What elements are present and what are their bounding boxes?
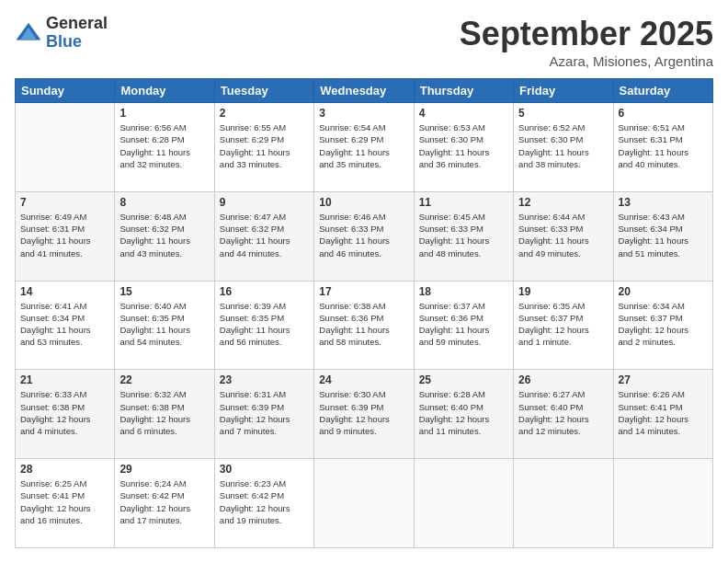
day-info: Sunrise: 6:35 AM Sunset: 6:37 PM Dayligh…	[518, 300, 608, 349]
day-info: Sunrise: 6:32 AM Sunset: 6:38 PM Dayligh…	[119, 388, 209, 437]
day-number: 11	[419, 196, 508, 209]
location-subtitle: Azara, Misiones, Argentina	[460, 53, 713, 69]
calendar-cell: 28Sunrise: 6:25 AM Sunset: 6:41 PM Dayli…	[16, 459, 115, 548]
calendar-cell: 22Sunrise: 6:32 AM Sunset: 6:38 PM Dayli…	[115, 370, 214, 459]
calendar-cell: 15Sunrise: 6:40 AM Sunset: 6:35 PM Dayli…	[115, 281, 214, 370]
day-info: Sunrise: 6:41 AM Sunset: 6:34 PM Dayligh…	[20, 300, 109, 349]
calendar-header-tuesday: Tuesday	[214, 79, 313, 103]
day-info: Sunrise: 6:31 AM Sunset: 6:39 PM Dayligh…	[220, 388, 309, 437]
day-info: Sunrise: 6:56 AM Sunset: 6:28 PM Dayligh…	[119, 121, 209, 170]
day-info: Sunrise: 6:47 AM Sunset: 6:32 PM Dayligh…	[220, 211, 309, 259]
day-number: 6	[619, 107, 708, 120]
day-info: Sunrise: 6:51 AM Sunset: 6:31 PM Dayligh…	[619, 121, 708, 170]
day-number: 20	[619, 285, 708, 298]
calendar-cell: 23Sunrise: 6:31 AM Sunset: 6:39 PM Dayli…	[214, 370, 313, 459]
day-info: Sunrise: 6:34 AM Sunset: 6:37 PM Dayligh…	[619, 300, 708, 349]
calendar-cell: 21Sunrise: 6:33 AM Sunset: 6:38 PM Dayli…	[16, 370, 115, 459]
day-number: 18	[419, 285, 508, 298]
day-info: Sunrise: 6:33 AM Sunset: 6:38 PM Dayligh…	[20, 388, 109, 437]
day-number: 24	[319, 373, 408, 386]
day-number: 15	[119, 285, 209, 298]
logo-blue: Blue	[46, 33, 108, 52]
day-number: 8	[119, 196, 209, 209]
calendar-cell: 26Sunrise: 6:27 AM Sunset: 6:40 PM Dayli…	[514, 370, 613, 459]
calendar-cell: 27Sunrise: 6:26 AM Sunset: 6:41 PM Dayli…	[613, 370, 712, 459]
calendar-cell: 10Sunrise: 6:46 AM Sunset: 6:33 PM Dayli…	[314, 191, 414, 281]
title-block: September 2025 Azara, Misiones, Argentin…	[460, 15, 713, 69]
calendar-cell: 9Sunrise: 6:47 AM Sunset: 6:32 PM Daylig…	[214, 191, 313, 281]
calendar-cell: 18Sunrise: 6:37 AM Sunset: 6:36 PM Dayli…	[414, 281, 513, 370]
day-number: 30	[220, 463, 309, 476]
calendar-cell: 29Sunrise: 6:24 AM Sunset: 6:42 PM Dayli…	[115, 459, 214, 548]
calendar-cell: 7Sunrise: 6:49 AM Sunset: 6:31 PM Daylig…	[16, 191, 115, 281]
header: General Blue September 2025 Azara, Misio…	[15, 15, 713, 69]
day-info: Sunrise: 6:53 AM Sunset: 6:30 PM Dayligh…	[419, 121, 508, 170]
day-info: Sunrise: 6:49 AM Sunset: 6:31 PM Dayligh…	[20, 211, 109, 259]
calendar-cell: 14Sunrise: 6:41 AM Sunset: 6:34 PM Dayli…	[16, 281, 115, 370]
logo: General Blue	[15, 15, 108, 52]
day-number: 19	[518, 285, 608, 298]
day-number: 25	[419, 373, 508, 386]
calendar-cell: 16Sunrise: 6:39 AM Sunset: 6:35 PM Dayli…	[214, 281, 313, 370]
day-number: 7	[20, 196, 109, 209]
day-info: Sunrise: 6:39 AM Sunset: 6:35 PM Dayligh…	[220, 300, 309, 349]
day-info: Sunrise: 6:26 AM Sunset: 6:41 PM Dayligh…	[619, 388, 708, 437]
day-info: Sunrise: 6:44 AM Sunset: 6:33 PM Dayligh…	[518, 211, 608, 259]
day-number: 23	[220, 373, 309, 386]
day-info: Sunrise: 6:48 AM Sunset: 6:32 PM Dayligh…	[119, 211, 209, 259]
day-info: Sunrise: 6:43 AM Sunset: 6:34 PM Dayligh…	[619, 211, 708, 259]
day-number: 16	[220, 285, 309, 298]
calendar-cell: 5Sunrise: 6:52 AM Sunset: 6:30 PM Daylig…	[514, 103, 613, 192]
calendar-cell: 19Sunrise: 6:35 AM Sunset: 6:37 PM Dayli…	[514, 281, 613, 370]
day-number: 27	[619, 373, 708, 386]
logo-icon	[15, 19, 42, 47]
logo-general: General	[46, 15, 108, 33]
day-info: Sunrise: 6:45 AM Sunset: 6:33 PM Dayligh…	[419, 211, 508, 259]
calendar-cell: 3Sunrise: 6:54 AM Sunset: 6:29 PM Daylig…	[314, 103, 414, 192]
calendar-cell: 6Sunrise: 6:51 AM Sunset: 6:31 PM Daylig…	[613, 103, 712, 192]
calendar-header-monday: Monday	[115, 79, 214, 103]
calendar-week-row: 21Sunrise: 6:33 AM Sunset: 6:38 PM Dayli…	[16, 370, 713, 459]
day-number: 10	[319, 196, 408, 209]
day-number: 9	[220, 196, 309, 209]
calendar-cell: 25Sunrise: 6:28 AM Sunset: 6:40 PM Dayli…	[414, 370, 513, 459]
calendar-header-friday: Friday	[514, 79, 613, 103]
logo-text: General Blue	[46, 15, 108, 52]
calendar-cell: 4Sunrise: 6:53 AM Sunset: 6:30 PM Daylig…	[414, 103, 513, 192]
day-number: 2	[220, 107, 309, 120]
calendar-cell	[16, 103, 115, 192]
day-info: Sunrise: 6:38 AM Sunset: 6:36 PM Dayligh…	[319, 300, 408, 349]
day-number: 26	[518, 373, 608, 386]
day-number: 14	[20, 285, 109, 298]
calendar-header-row: SundayMondayTuesdayWednesdayThursdayFrid…	[16, 79, 713, 103]
calendar-cell: 24Sunrise: 6:30 AM Sunset: 6:39 PM Dayli…	[314, 370, 414, 459]
calendar-header-sunday: Sunday	[16, 79, 115, 103]
calendar-week-row: 7Sunrise: 6:49 AM Sunset: 6:31 PM Daylig…	[16, 191, 713, 281]
day-number: 1	[119, 107, 209, 120]
day-number: 12	[518, 196, 608, 209]
calendar-cell: 13Sunrise: 6:43 AM Sunset: 6:34 PM Dayli…	[613, 191, 712, 281]
day-info: Sunrise: 6:24 AM Sunset: 6:42 PM Dayligh…	[119, 477, 209, 526]
day-info: Sunrise: 6:46 AM Sunset: 6:33 PM Dayligh…	[319, 211, 408, 259]
day-number: 17	[319, 285, 408, 298]
month-title: September 2025	[460, 15, 713, 53]
calendar-cell	[613, 459, 712, 548]
day-info: Sunrise: 6:28 AM Sunset: 6:40 PM Dayligh…	[419, 388, 508, 437]
calendar-header-wednesday: Wednesday	[314, 79, 414, 103]
calendar-header-saturday: Saturday	[613, 79, 712, 103]
calendar-week-row: 1Sunrise: 6:56 AM Sunset: 6:28 PM Daylig…	[16, 103, 713, 192]
calendar-cell: 1Sunrise: 6:56 AM Sunset: 6:28 PM Daylig…	[115, 103, 214, 192]
calendar-cell: 17Sunrise: 6:38 AM Sunset: 6:36 PM Dayli…	[314, 281, 414, 370]
day-number: 4	[419, 107, 508, 120]
calendar-week-row: 28Sunrise: 6:25 AM Sunset: 6:41 PM Dayli…	[16, 459, 713, 548]
day-number: 21	[20, 373, 109, 386]
day-info: Sunrise: 6:25 AM Sunset: 6:41 PM Dayligh…	[20, 477, 109, 526]
day-info: Sunrise: 6:30 AM Sunset: 6:39 PM Dayligh…	[319, 388, 408, 437]
day-info: Sunrise: 6:52 AM Sunset: 6:30 PM Dayligh…	[518, 121, 608, 170]
calendar-header-thursday: Thursday	[414, 79, 513, 103]
calendar-cell: 11Sunrise: 6:45 AM Sunset: 6:33 PM Dayli…	[414, 191, 513, 281]
calendar-cell: 30Sunrise: 6:23 AM Sunset: 6:42 PM Dayli…	[214, 459, 313, 548]
calendar-cell: 20Sunrise: 6:34 AM Sunset: 6:37 PM Dayli…	[613, 281, 712, 370]
day-info: Sunrise: 6:27 AM Sunset: 6:40 PM Dayligh…	[518, 388, 608, 437]
day-info: Sunrise: 6:23 AM Sunset: 6:42 PM Dayligh…	[220, 477, 309, 526]
